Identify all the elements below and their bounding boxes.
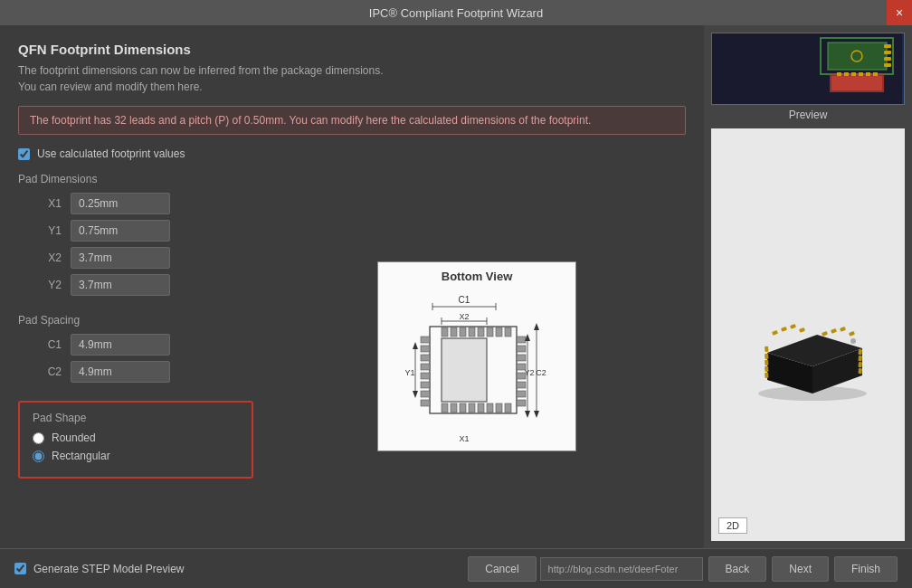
radio-label-rounded: Rounded bbox=[52, 432, 96, 444]
back-button[interactable]: Back bbox=[708, 556, 767, 582]
bottom-bar: Generate STEP Model Preview Cancel http:… bbox=[0, 548, 912, 588]
radio-rounded[interactable] bbox=[33, 432, 44, 444]
pad-spacing-label: Pad Spacing bbox=[18, 314, 253, 327]
close-button[interactable]: × bbox=[887, 0, 912, 25]
left-panel: QFN Footprint Dimensions The footprint d… bbox=[0, 25, 704, 548]
svg-rect-70 bbox=[873, 72, 878, 76]
svg-rect-20 bbox=[496, 327, 502, 337]
svg-text:X2: X2 bbox=[459, 312, 469, 321]
preview-thumbnail-top bbox=[711, 33, 905, 105]
svg-marker-47 bbox=[413, 342, 418, 349]
svg-rect-13 bbox=[442, 338, 487, 402]
svg-rect-43 bbox=[517, 382, 526, 388]
radio-row-rounded: Rounded bbox=[33, 432, 239, 444]
svg-rect-79 bbox=[765, 366, 769, 372]
title-bar: IPC® Compliant Footprint Wizard × bbox=[0, 0, 912, 25]
svg-rect-82 bbox=[858, 349, 862, 355]
svg-rect-59 bbox=[884, 51, 891, 54]
field-row-x2: X2 bbox=[18, 247, 253, 269]
pad-spacing-section: Pad Spacing C1 C2 bbox=[18, 314, 253, 388]
svg-rect-15 bbox=[451, 327, 457, 337]
next-button[interactable]: Next bbox=[772, 556, 829, 582]
svg-rect-42 bbox=[517, 373, 526, 379]
svg-rect-68 bbox=[859, 72, 863, 76]
svg-marker-48 bbox=[413, 391, 418, 398]
svg-rect-22 bbox=[442, 403, 448, 413]
svg-rect-25 bbox=[469, 403, 475, 413]
svg-rect-14 bbox=[442, 327, 448, 337]
diagram-box: Bottom View C1 X2 bbox=[377, 261, 576, 451]
svg-rect-78 bbox=[765, 360, 769, 365]
field-row-y2: Y2 bbox=[18, 274, 253, 296]
generate-step-checkbox[interactable] bbox=[14, 563, 26, 574]
field-label-c2: C2 bbox=[36, 365, 62, 378]
dims-col: Pad Dimensions X1 Y1 X2 Y2 bbox=[18, 173, 253, 539]
field-input-y2[interactable] bbox=[71, 274, 170, 296]
field-label-c1: C1 bbox=[36, 338, 62, 351]
svg-rect-84 bbox=[858, 362, 862, 367]
page-subtitle: The footprint dimensions can now be infe… bbox=[18, 62, 686, 95]
svg-rect-57 bbox=[828, 43, 887, 70]
field-label-y1: Y1 bbox=[36, 224, 62, 237]
preview-label: Preview bbox=[789, 109, 828, 121]
field-input-c2[interactable] bbox=[71, 361, 170, 383]
svg-point-76 bbox=[850, 338, 856, 344]
generate-step-checkbox-row: Generate STEP Model Preview bbox=[14, 563, 185, 575]
field-row-x1: X1 bbox=[18, 193, 253, 214]
close-icon: × bbox=[896, 5, 903, 20]
svg-rect-19 bbox=[487, 327, 493, 337]
cancel-button[interactable]: Cancel bbox=[468, 556, 536, 582]
radio-rectangular[interactable] bbox=[33, 450, 44, 462]
pad-dimensions-label: Pad Dimensions bbox=[18, 173, 253, 185]
svg-rect-34 bbox=[421, 373, 430, 379]
svg-rect-40 bbox=[517, 355, 526, 361]
svg-rect-77 bbox=[765, 354, 769, 359]
diagram-title: Bottom View bbox=[442, 270, 513, 283]
svg-rect-18 bbox=[478, 327, 484, 337]
preview-2d-button[interactable]: 2D bbox=[718, 517, 747, 534]
generate-step-label: Generate STEP Model Preview bbox=[33, 563, 185, 575]
field-row-y1: Y1 bbox=[18, 220, 253, 242]
field-row-c2: C2 bbox=[18, 361, 253, 383]
finish-button[interactable]: Finish bbox=[834, 556, 898, 582]
svg-rect-60 bbox=[884, 57, 891, 61]
svg-rect-35 bbox=[421, 382, 430, 388]
svg-marker-53 bbox=[534, 323, 539, 330]
svg-rect-31 bbox=[421, 346, 430, 352]
info-bar: The footprint has 32 leads and a pitch (… bbox=[18, 106, 686, 135]
svg-rect-58 bbox=[884, 44, 891, 48]
svg-rect-61 bbox=[884, 63, 891, 67]
svg-rect-28 bbox=[496, 403, 502, 413]
use-calculated-checkbox[interactable] bbox=[18, 148, 30, 160]
svg-rect-23 bbox=[451, 403, 457, 413]
svg-rect-44 bbox=[517, 391, 526, 397]
svg-rect-29 bbox=[505, 403, 511, 413]
svg-text:Y1: Y1 bbox=[404, 368, 414, 377]
svg-text:X1: X1 bbox=[459, 434, 469, 443]
svg-rect-65 bbox=[837, 72, 841, 76]
field-label-y2: Y2 bbox=[36, 279, 62, 291]
svg-rect-37 bbox=[421, 400, 430, 406]
svg-rect-80 bbox=[765, 373, 769, 378]
field-input-c1[interactable] bbox=[71, 334, 170, 356]
use-calculated-checkbox-row: Use calculated footprint values bbox=[18, 147, 686, 160]
chip-3d-svg bbox=[722, 267, 894, 412]
svg-rect-33 bbox=[421, 364, 430, 370]
pad-shape-section-label: Pad Shape bbox=[33, 412, 239, 424]
field-input-x1[interactable] bbox=[71, 193, 170, 214]
field-input-y1[interactable] bbox=[71, 220, 170, 242]
pad-dimensions-fields: X1 Y1 X2 Y2 bbox=[18, 193, 253, 301]
preview-main: 2D bbox=[711, 128, 905, 541]
field-label-x2: X2 bbox=[36, 251, 62, 264]
svg-rect-32 bbox=[421, 355, 430, 361]
svg-rect-17 bbox=[469, 327, 475, 337]
svg-marker-51 bbox=[525, 411, 530, 418]
url-bar: http://blog.csdn.net/deerFoter bbox=[540, 557, 703, 581]
svg-rect-38 bbox=[517, 337, 526, 343]
pad-shape-section: Pad Shape Rounded Rectangular bbox=[18, 401, 253, 479]
field-input-x2[interactable] bbox=[71, 247, 170, 269]
svg-rect-24 bbox=[460, 403, 466, 413]
main-content: QFN Footprint Dimensions The footprint d… bbox=[0, 25, 912, 548]
pcb-thumbnail-svg bbox=[712, 33, 902, 105]
svg-rect-83 bbox=[858, 356, 862, 361]
